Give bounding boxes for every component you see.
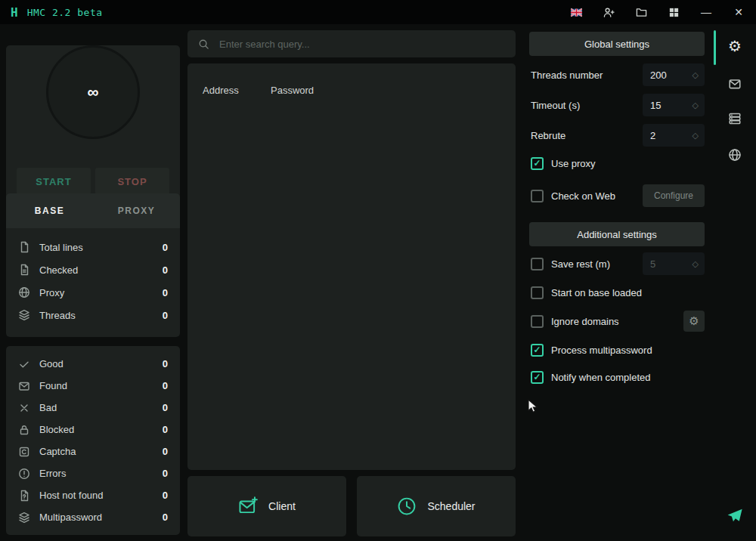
check-icon: [18, 358, 30, 370]
stat-value: 0: [163, 512, 168, 523]
stat-row-found: Found 0: [18, 375, 168, 397]
stop-button[interactable]: STOP: [95, 168, 169, 195]
table-header: Address Password: [187, 63, 516, 105]
save-rest-value: 5: [650, 258, 692, 270]
stat-value: 0: [163, 264, 168, 276]
nav-web-icon[interactable]: [723, 143, 747, 167]
stat-label: Captcha: [39, 446, 153, 457]
stat-value: 0: [163, 242, 168, 253]
envelope-icon: [18, 380, 30, 392]
start-on-base-checkbox[interactable]: [531, 286, 544, 299]
scheduler-button[interactable]: Scheduler: [357, 476, 516, 536]
search-bar: [187, 30, 516, 57]
multipassword-icon: [18, 512, 30, 524]
active-tab-indicator: [714, 30, 716, 65]
close-button[interactable]: ✕: [732, 5, 745, 19]
paper-plane-icon: [727, 508, 743, 524]
use-proxy-row: Use proxy: [531, 152, 705, 175]
rebrute-row: Rebrute 2 ◇: [531, 124, 705, 147]
add-user-icon[interactable]: [602, 5, 615, 19]
save-rest-checkbox[interactable]: [531, 258, 544, 270]
stat-value: 0: [163, 358, 168, 369]
language-flag-icon[interactable]: [569, 5, 583, 19]
mail-icon: [728, 77, 742, 91]
center-column: Address Password Client Scheduler: [187, 30, 516, 536]
ignore-domains-gear-icon[interactable]: ⚙: [683, 311, 705, 332]
spinner-icon[interactable]: ◇: [692, 101, 699, 110]
notify-completed-checkbox[interactable]: [531, 371, 544, 384]
ignore-domains-checkbox[interactable]: [531, 315, 544, 328]
additional-settings-title: Additional settings: [577, 229, 657, 240]
telegram-icon[interactable]: [723, 504, 747, 528]
lock-icon: [18, 424, 30, 436]
stat-value: 0: [163, 490, 168, 501]
titlebar-controls: — ✕: [569, 5, 745, 19]
run-buttons: START STOP: [17, 168, 169, 195]
stat-row-host-not-found: Host not found 0: [18, 484, 168, 506]
ignore-domains-row: Ignore domains ⚙: [531, 310, 705, 332]
gear-icon: ⚙: [728, 39, 742, 54]
global-settings-header: Global settings: [529, 32, 705, 56]
use-proxy-checkbox[interactable]: [531, 157, 544, 170]
primary-stats-list: Total lines 0 Checked 0 Proxy 0 Threads …: [6, 228, 180, 329]
clock-icon: [397, 496, 417, 516]
results-table: Address Password: [187, 63, 516, 470]
folder-icon[interactable]: [634, 5, 648, 19]
stat-value: 0: [163, 468, 168, 479]
captcha-icon: [18, 446, 30, 458]
timeout-input[interactable]: 15 ◇: [643, 94, 705, 116]
client-button-label: Client: [268, 500, 296, 512]
stat-value: 0: [163, 402, 168, 413]
results-panel: Good 0 Found 0 Bad 0 Blocked 0 Captcha: [6, 346, 180, 535]
process-multipassword-checkbox[interactable]: [531, 344, 544, 357]
titlebar: H HMC 2.2 beta — ✕: [0, 0, 756, 24]
ignore-domains-label: Ignore domains: [551, 316, 676, 327]
file-lines-icon: [18, 264, 30, 276]
stat-value: 0: [163, 424, 168, 435]
nav-mail-icon[interactable]: [723, 72, 747, 96]
start-on-base-label: Start on base loaded: [551, 287, 705, 298]
notify-completed-row: Notify when completed: [531, 366, 705, 388]
tab-base[interactable]: BASE: [6, 193, 93, 228]
stat-label: Multipassword: [39, 512, 153, 523]
runner-panel: ∞ START STOP: [6, 45, 180, 202]
spinner-icon[interactable]: ◇: [692, 71, 699, 79]
minimize-button[interactable]: —: [699, 5, 713, 19]
rebrute-input[interactable]: 2 ◇: [643, 124, 705, 147]
nav-rail: ⚙: [714, 24, 756, 541]
threads-number-row: Threads number 200 ◇: [531, 63, 705, 86]
results-stats-list: Good 0 Found 0 Bad 0 Blocked 0 Captcha: [6, 346, 180, 535]
search-icon: [198, 39, 209, 50]
threads-number-input[interactable]: 200 ◇: [643, 63, 705, 86]
configure-button[interactable]: Configure: [643, 184, 705, 207]
timeout-row: Timeout (s) 15 ◇: [531, 94, 705, 116]
stat-label: Host not found: [39, 490, 153, 501]
timeout-value: 15: [650, 100, 692, 111]
host-not-found-icon: [18, 490, 30, 502]
search-input[interactable]: [218, 38, 505, 51]
client-button[interactable]: Client: [187, 476, 346, 536]
check-on-web-checkbox[interactable]: [531, 190, 544, 202]
stat-label: Good: [39, 358, 153, 369]
stat-row-multipassword: Multipassword 0: [18, 506, 168, 528]
stat-row-blocked: Blocked 0: [18, 419, 168, 441]
infinity-symbol: ∞: [88, 83, 99, 101]
tab-proxy[interactable]: PROXY: [93, 193, 180, 228]
base-proxy-panel: BASE PROXY Total lines 0 Checked 0 Proxy…: [6, 193, 180, 337]
nav-settings-gear-icon[interactable]: ⚙: [723, 34, 747, 58]
save-rest-input[interactable]: 5 ◇: [643, 252, 705, 275]
layers-icon: [18, 309, 30, 321]
nav-database-icon[interactable]: [723, 107, 747, 131]
app-title: HMC 2.2 beta: [27, 7, 103, 18]
timeout-label: Timeout (s): [531, 100, 643, 111]
spinner-icon[interactable]: ◇: [692, 131, 699, 140]
start-button[interactable]: START: [17, 168, 91, 195]
stat-row-captcha: Captcha 0: [18, 441, 168, 462]
windows-icon[interactable]: [667, 5, 680, 19]
globe-icon: [728, 148, 742, 162]
stat-label: Blocked: [39, 424, 153, 435]
spinner-icon[interactable]: ◇: [692, 260, 699, 268]
stat-label: Found: [39, 380, 153, 391]
column-header-address: Address: [203, 85, 271, 96]
stat-row-bad: Bad 0: [18, 397, 168, 419]
